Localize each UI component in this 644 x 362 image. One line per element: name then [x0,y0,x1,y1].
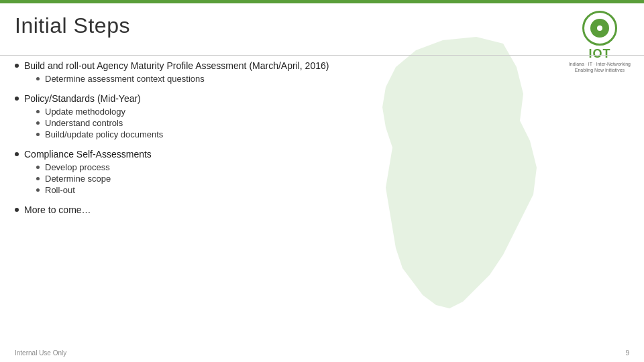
bullet-sub-2-3-text: Build/update policy documents [45,129,163,139]
bullet-main-2-text: Policy/Standards (Mid-Year) [24,93,141,104]
bullet-sub-3-3-text: Roll-out [45,185,75,195]
bullet-sub-2-1-text: Update methodology [45,107,125,117]
bullet-subdot-3-2 [36,177,40,180]
bullet-section-3: Compliance Self-Assessments Develop proc… [15,149,629,195]
bullet-sub-2-2-text: Understand controls [45,118,123,128]
bullet-sub-3-2: Determine scope [36,174,629,184]
bullet-dot-3 [15,152,19,156]
bullet-subdot-3-1 [36,166,40,169]
bullet-sub-1-1-text: Determine assessment context questions [45,74,205,84]
bullet-sub-2-3: Build/update policy documents [36,129,629,139]
bullet-sub-3-1-text: Develop process [45,162,110,172]
bullet-sub-3-3: Roll-out [36,185,629,195]
bullet-main-1-text: Build and roll-out Agency Maturity Profi… [24,60,329,71]
top-bar [0,0,644,3]
bullet-section-4: More to come… [15,204,629,215]
logo-dot [597,25,602,31]
bullet-sub-2-2: Understand controls [36,118,629,128]
bullet-dot-4 [15,208,19,212]
bullet-subdot-1-1 [36,77,40,80]
bullet-main-2: Policy/Standards (Mid-Year) [15,93,629,104]
footer-right: 9 [625,349,629,357]
bullet-sub-3-1: Develop process [36,162,629,172]
bullet-dot-1 [15,64,19,68]
bullet-section-1: Build and roll-out Agency Maturity Profi… [15,60,629,84]
page-title: Initial Steps [15,13,130,38]
logo-circle [582,11,617,46]
footer-left: Internal Use Only [15,349,66,357]
bullet-sub-1-1: Determine assessment context questions [36,74,629,84]
footer: Internal Use Only 9 [15,349,629,357]
bullet-main-3: Compliance Self-Assessments [15,149,629,160]
bullet-section-2: Policy/Standards (Mid-Year) Update metho… [15,93,629,139]
bullet-main-1: Build and roll-out Agency Maturity Profi… [15,60,629,71]
bullet-main-3-text: Compliance Self-Assessments [24,149,152,160]
bullet-subdot-3-3 [36,188,40,192]
bullet-subdot-2-3 [36,133,40,136]
bullet-sub-3-2-text: Determine scope [45,174,111,184]
header-divider [0,55,644,56]
bullet-subdot-2-2 [36,121,40,125]
bullet-sub-2-1: Update methodology [36,107,629,117]
bullet-main-4: More to come… [15,204,629,215]
bullet-main-4-text: More to come… [24,204,91,215]
bullet-subdot-2-1 [36,110,40,113]
logo-text: IOT [588,47,610,61]
main-content: Build and roll-out Agency Maturity Profi… [15,60,629,342]
logo-inner [590,19,609,38]
bullet-dot-2 [15,97,19,101]
